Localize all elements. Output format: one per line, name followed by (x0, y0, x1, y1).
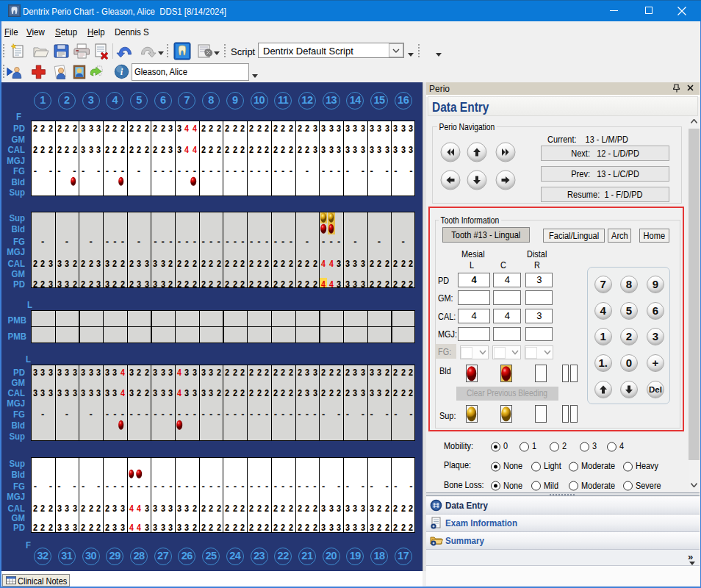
svg-text:i: i (120, 67, 123, 77)
